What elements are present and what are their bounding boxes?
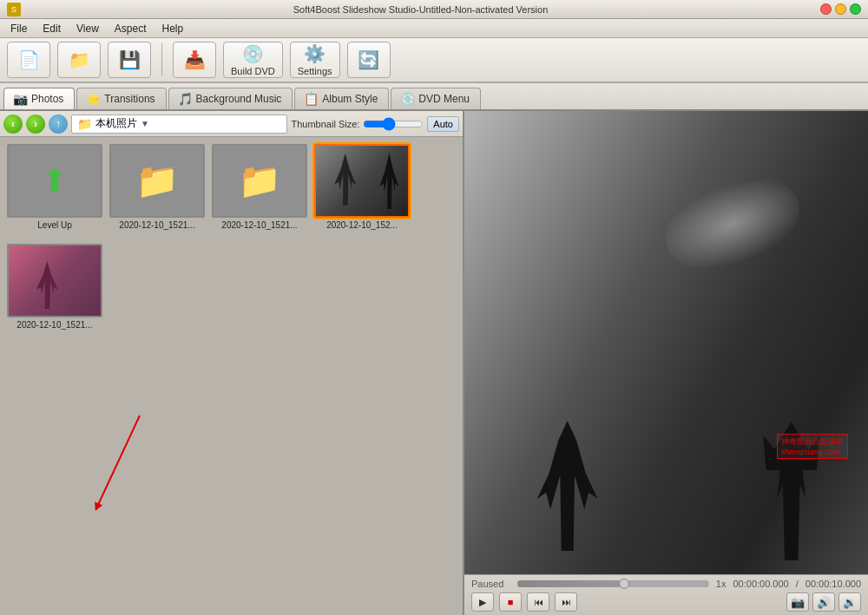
progress-fill [517, 580, 622, 587]
window-controls [820, 3, 861, 15]
save-button[interactable]: 💾 [108, 42, 151, 78]
folder1-icon: 📁 [135, 160, 179, 201]
player-time-total: 00:00:10.000 [806, 579, 861, 589]
folder1-label: 2020-12-10_1521... [119, 220, 194, 230]
thumbnail-grid: ⬆ Level Up 📁 2020-12-10_1521... 📁 2020-1… [0, 137, 463, 615]
toolbar: 📄 📁 💾 📥 💿 Build DVD ⚙️ Settings 🔄 [0, 38, 868, 83]
tabbar: 📷 Photos ⭐ Transitions 🎵 Background Musi… [0, 83, 868, 111]
next-button[interactable]: ⏭ [555, 592, 577, 612]
import-button[interactable]: 📥 [173, 42, 216, 78]
tab-transitions[interactable]: ⭐ Transitions [76, 88, 166, 109]
list-item[interactable]: 📁 2020-12-10_1521... [109, 144, 205, 230]
build-dvd-button[interactable]: 💿 Build DVD [223, 42, 283, 78]
auto-button[interactable]: Auto [427, 116, 459, 132]
titlebar: S Soft4Boost Slideshow Studio-Untitled-N… [0, 0, 868, 19]
path-box: 📁 本机照片 ▼ [71, 114, 287, 134]
player-time-separator: / [796, 579, 799, 589]
thumbnail-size-label: Thumbnail Size: [291, 119, 359, 129]
file-browser-panel: ‹ › ↑ 📁 本机照片 ▼ Thumbnail Size: Auto ⬆ Le… [0, 111, 464, 615]
player-speed: 1x [716, 579, 727, 589]
settings-button[interactable]: ⚙️ Settings [290, 42, 340, 78]
preview-panel: 神奇图片此处留有 shenqixiang.com Paused 1x 00:00… [464, 111, 868, 615]
dvd-menu-tab-icon: 💿 [400, 92, 415, 106]
nav-back-button[interactable]: ‹ [3, 114, 23, 134]
import-icon: 📥 [184, 49, 206, 70]
volume-controls: 📷 🔊 🔉 [786, 592, 861, 612]
player-controls: Paused 1x 00:00:00.000 / 00:00:10.000 ▶ … [464, 574, 868, 615]
path-text: 本机照片 [95, 116, 137, 131]
silhouette-right-thumb [379, 153, 398, 209]
progress-bar[interactable] [517, 580, 709, 587]
folder2-thumbnail[interactable]: 📁 [212, 144, 307, 218]
tab-music-label: Background Music [196, 93, 282, 105]
photo1-label: 2020-12-10_152... [326, 220, 398, 230]
photo2-preview [9, 245, 101, 316]
level-up-thumbnail[interactable]: ⬆ [7, 144, 102, 218]
path-dropdown-icon[interactable]: ▼ [141, 119, 149, 128]
folder-icon: 📁 [77, 117, 92, 131]
update-icon: 🔄 [358, 49, 379, 70]
nav-forward-button[interactable]: › [26, 114, 45, 134]
drag-arrow-head [89, 501, 102, 516]
stop-button[interactable]: ■ [499, 592, 522, 612]
level-up-label: Level Up [37, 220, 71, 230]
camera-button[interactable]: 📷 [786, 592, 809, 612]
photo1-preview [316, 146, 408, 216]
settings-icon: ⚙️ [304, 43, 326, 64]
app-icon: S [7, 3, 21, 16]
tab-dvd-menu-label: DVD Menu [418, 93, 470, 105]
player-time-current: 00:00:00.000 [733, 579, 788, 589]
new-button[interactable]: 📄 [7, 42, 50, 78]
progress-thumb [619, 579, 629, 589]
close-btn[interactable] [820, 3, 832, 15]
level-up-icon: ⬆ [42, 163, 68, 200]
tab-album-style-label: Album Style [322, 93, 378, 105]
build-dvd-label: Build DVD [231, 66, 275, 76]
photo1-thumbnail[interactable] [314, 144, 410, 218]
list-item[interactable]: ⬆ Level Up [7, 144, 102, 230]
nav-up-button[interactable]: ↑ [49, 114, 68, 134]
control-buttons: ▶ ■ ⏮ ⏭ 📷 🔊 🔉 [471, 592, 861, 612]
new-icon: 📄 [18, 49, 40, 70]
menubar: File Edit View Aspect Help [0, 19, 868, 38]
thumbnail-size-slider[interactable] [363, 118, 424, 130]
dvd-icon: 💿 [242, 43, 264, 64]
silhouette-photo2 [36, 261, 58, 309]
photos-tab-icon: 📷 [13, 92, 28, 106]
preview-watermark: 神奇图片此处留有 shenqixiang.com [777, 434, 848, 459]
tab-background-music[interactable]: 🎵 Background Music [168, 88, 293, 109]
silhouette-left-thumb [334, 154, 356, 206]
tab-album-style[interactable]: 📋 Album Style [294, 88, 389, 109]
menu-file[interactable]: File [3, 21, 34, 36]
photo2-thumbnail[interactable] [7, 244, 102, 317]
list-item[interactable]: 2020-12-10_1521... [7, 244, 102, 330]
volume-button[interactable]: 🔊 [812, 592, 835, 612]
open-button[interactable]: 📁 [57, 42, 101, 78]
folder2-icon: 📁 [238, 160, 281, 201]
toolbar-separator-1 [161, 43, 162, 76]
folder1-thumbnail[interactable]: 📁 [109, 144, 205, 218]
window-title: Soft4Boost Slideshow Studio-Untitled-Non… [21, 4, 820, 15]
list-item[interactable]: 2020-12-10_152... [314, 144, 410, 230]
menu-edit[interactable]: Edit [36, 21, 68, 36]
settings-label: Settings [298, 66, 332, 76]
menu-aspect[interactable]: Aspect [108, 21, 154, 36]
tab-photos[interactable]: 📷 Photos [3, 88, 75, 109]
folder2-label: 2020-12-10_1521... [221, 220, 297, 230]
tab-photos-label: Photos [31, 93, 63, 105]
mute-button[interactable]: 🔉 [838, 592, 861, 612]
preview-bg [464, 111, 868, 574]
tab-dvd-menu[interactable]: 💿 DVD Menu [391, 88, 481, 109]
list-item[interactable]: 📁 2020-12-10_1521... [212, 144, 307, 230]
preview-image: 神奇图片此处留有 shenqixiang.com [464, 111, 868, 574]
minimize-btn[interactable] [835, 3, 846, 15]
menu-help[interactable]: Help [155, 21, 191, 36]
update-button[interactable]: 🔄 [347, 42, 391, 78]
prev-button[interactable]: ⏮ [527, 592, 549, 612]
play-button[interactable]: ▶ [471, 592, 494, 612]
tab-transitions-label: Transitions [104, 93, 155, 105]
menu-view[interactable]: View [69, 21, 106, 36]
progress-row: Paused 1x 00:00:00.000 / 00:00:10.000 [471, 579, 861, 589]
browser-toolbar: ‹ › ↑ 📁 本机照片 ▼ Thumbnail Size: Auto [0, 111, 463, 137]
maximize-btn[interactable] [850, 3, 861, 15]
